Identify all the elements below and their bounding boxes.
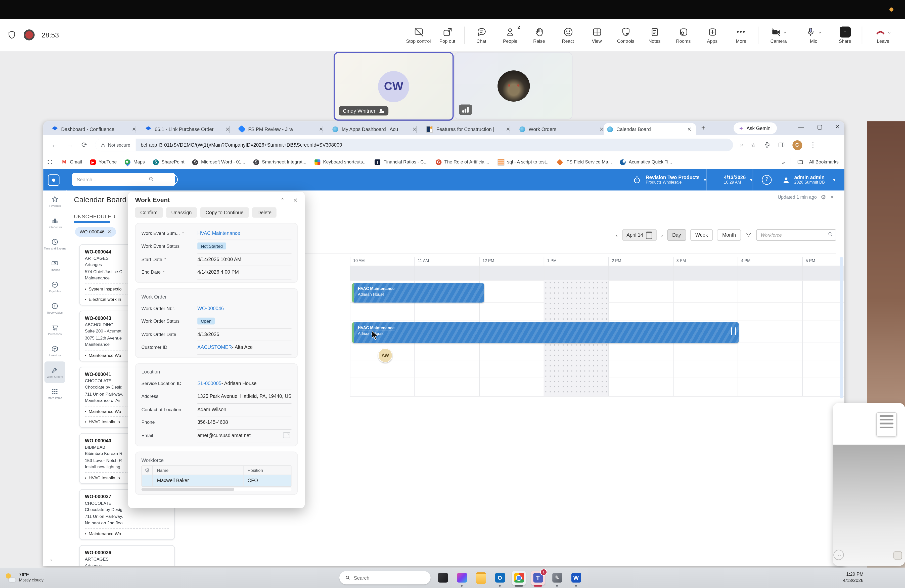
pop-out-button[interactable]: Pop out: [433, 20, 462, 50]
business-date-icon[interactable]: ⟳: [167, 174, 178, 184]
scrollbar-thumb[interactable]: [141, 488, 235, 490]
notes-button[interactable]: Notes: [640, 20, 669, 50]
sidebar-item-time-and-expenses[interactable]: Time and Expenses: [44, 234, 65, 255]
rooms-button[interactable]: Rooms: [669, 20, 698, 50]
tab-dashboard-confluence[interactable]: Dashboard - Confluence ✕: [49, 123, 141, 135]
chevron-down-icon[interactable]: ▼: [830, 195, 834, 199]
word-icon[interactable]: W: [569, 571, 583, 585]
tab-close-icon[interactable]: ✕: [686, 126, 693, 132]
tab-close-icon[interactable]: ✕: [505, 126, 511, 132]
confirm-button[interactable]: Confirm: [135, 207, 163, 218]
tab-features-for-construction[interactable]: Features for Construction | ✕: [422, 123, 515, 135]
tab-unscheduled[interactable]: UNSCHEDULED: [74, 213, 115, 219]
not-secure-chip[interactable]: Not secure: [95, 138, 136, 151]
window-minimize-button[interactable]: —: [798, 124, 804, 130]
bookmark-ifs-field-service[interactable]: IFS Field Service Ma...: [558, 159, 612, 165]
raise-hand-button[interactable]: Raise: [525, 20, 554, 50]
people-button[interactable]: 2 People: [496, 20, 525, 50]
address-field[interactable]: 1325 Park Avenue, Hatfield, PA, 19440, U…: [197, 390, 292, 404]
chrome-icon[interactable]: [512, 571, 526, 585]
work-order-nbr-field[interactable]: WO-000046: [197, 302, 291, 315]
stopwatch-widget[interactable]: [632, 169, 641, 191]
phone-field[interactable]: 356-145-4608: [197, 416, 291, 429]
table-scrollbar[interactable]: [141, 488, 292, 490]
tab-close-icon[interactable]: ✕: [318, 126, 324, 132]
work-order-card[interactable]: WO-000036 ARTCAGES Artcages 574 Chief Ju…: [79, 545, 175, 566]
preview-panel[interactable]: [833, 403, 905, 566]
share-button[interactable]: ↑ Share: [830, 20, 859, 50]
tab-calendar-board-active[interactable]: Calendar Board ✕: [604, 123, 696, 135]
zoom-search-icon[interactable]: ⌕: [740, 141, 743, 149]
close-icon[interactable]: ✕: [293, 197, 298, 203]
new-tab-button[interactable]: +: [701, 124, 705, 132]
sidebar-item-favorites[interactable]: Favorites: [44, 191, 65, 212]
tab-close-icon[interactable]: ✕: [131, 126, 138, 132]
sidebar-item-more-items[interactable]: More Items: [44, 383, 65, 404]
taskbar-search[interactable]: Search: [339, 571, 430, 585]
stop-control-button[interactable]: Stop control: [404, 20, 433, 50]
sidebar-item-inventory[interactable]: Inventory: [44, 340, 65, 361]
event-bar-hvac-maintenance[interactable]: HVAC Maintenance Adriaan House: [352, 283, 484, 302]
resize-handle-icon[interactable]: [731, 327, 736, 335]
bookmark-smartsheet[interactable]: SSmartsheet Integrat...: [253, 159, 306, 165]
video-tile-speaker[interactable]: CW Cindy Whitner !: [333, 52, 454, 121]
back-icon[interactable]: ←: [51, 141, 58, 149]
taskbar-weather-widget[interactable]: 76°F Mostly cloudy: [6, 572, 43, 583]
start-date-field[interactable]: 4/14/2026 10:00 AM: [197, 253, 291, 266]
desktops-icon[interactable]: [436, 571, 449, 585]
view-button[interactable]: View: [583, 20, 611, 50]
apps-button[interactable]: Apps: [698, 20, 727, 50]
video-tile-participant[interactable]: [454, 52, 573, 120]
bookmarks-overflow-icon[interactable]: »: [782, 159, 785, 165]
column-settings-gear-icon[interactable]: ⚙: [142, 466, 153, 474]
view-day-button[interactable]: Day: [667, 229, 686, 241]
bookmark-sharepoint[interactable]: SSharePoint: [153, 159, 184, 165]
service-line[interactable]: •Maintenance Wo: [85, 528, 169, 536]
event-bar-hvac-maintenance-long[interactable]: HVAC Maintenance Adriaan House: [352, 322, 739, 343]
mic-button[interactable]: ⌄ Mic: [796, 20, 830, 50]
end-date-field[interactable]: 4/14/2026 4:00 PM: [197, 265, 291, 279]
bookmark-gmail[interactable]: MGmail: [61, 159, 82, 165]
column-header-name[interactable]: Name: [153, 466, 243, 474]
corner-widget-icon[interactable]: [894, 551, 902, 559]
view-month-button[interactable]: Month: [717, 229, 741, 241]
bookmark-sql-script[interactable]: sql - A script to test...: [497, 159, 549, 165]
global-search-input[interactable]: [72, 173, 175, 186]
prev-day-icon[interactable]: ‹: [616, 232, 618, 238]
column-header-position[interactable]: Position: [244, 466, 291, 474]
window-maximize-button[interactable]: ▢: [817, 124, 822, 130]
reload-icon[interactable]: ⟳: [81, 141, 87, 149]
tab-close-icon[interactable]: ✕: [224, 126, 231, 132]
chip-remove-icon[interactable]: ✕: [107, 229, 111, 234]
media-app-icon[interactable]: [455, 571, 468, 585]
teams-icon[interactable]: T1: [531, 571, 545, 585]
email-field[interactable]: amet@cursusdiamat.net: [197, 429, 291, 442]
browser-menu-kebab-icon[interactable]: ⋮: [810, 141, 816, 149]
tab-link-purchase-order[interactable]: 66.1 - Link Purchase Order ✕: [142, 123, 234, 135]
browser-profile-avatar[interactable]: C: [792, 140, 802, 150]
contact-field[interactable]: Adam Wilson: [197, 403, 291, 416]
tenant-selector[interactable]: Revision Two Products Products Wholesale…: [646, 169, 707, 191]
copy-to-continue-button[interactable]: Copy to Continue: [200, 207, 249, 218]
side-panel-icon[interactable]: [778, 141, 785, 149]
sidebar-item-payables[interactable]: Payables: [44, 276, 65, 297]
next-day-icon[interactable]: ›: [661, 232, 663, 238]
tab-work-orders[interactable]: Work Orders ✕: [516, 123, 608, 135]
chat-button[interactable]: Chat: [467, 20, 496, 50]
camera-button[interactable]: ⌄ Camera: [761, 20, 796, 50]
tab-fs-pm-review-jira[interactable]: FS PM Review - Jira ✕: [235, 123, 328, 135]
customer-id-field[interactable]: AACUSTOMER - Alta Ace: [197, 341, 291, 354]
address-bar[interactable]: Not secure bel-app-l3-011/SVDEMO/(W(1))/…: [95, 138, 733, 151]
leave-button[interactable]: ⌄ Leave: [865, 20, 902, 50]
mail-icon[interactable]: [283, 432, 291, 438]
windows-start-icon[interactable]: [321, 571, 330, 580]
bookmark-role-of-artificial[interactable]: GThe Role of Artificial...: [436, 159, 489, 165]
delete-button[interactable]: Delete: [252, 207, 277, 218]
bookmark-financial-ratios[interactable]: ∥Financial Ratios - C...: [375, 159, 428, 165]
user-menu[interactable]: admin admin 2026 Summit DB ▼: [782, 169, 836, 191]
work-order-date-field[interactable]: 4/13/2026: [197, 328, 291, 341]
sidebar-item-work-orders[interactable]: Work Orders: [44, 361, 65, 383]
bookmark-keyboard-shortcuts[interactable]: Keyboard shortcuts...: [314, 159, 367, 165]
window-close-button[interactable]: ✕: [835, 124, 840, 130]
bookmark-acumatica-quick-tips[interactable]: Acumatica Quick Ti...: [620, 159, 672, 165]
